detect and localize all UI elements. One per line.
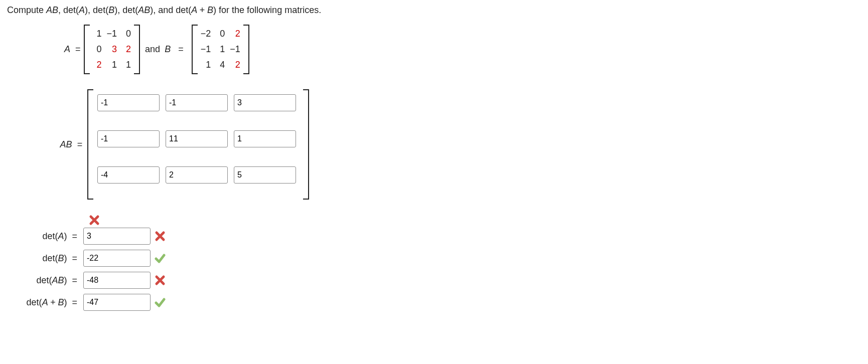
det-input[interactable]	[83, 294, 151, 311]
matrix-cell: 3	[107, 44, 117, 55]
matrix-cell: 1	[93, 29, 102, 39]
matrix-cell: 4	[216, 60, 225, 70]
ab-cell-input[interactable]	[97, 166, 160, 184]
cross-icon	[155, 275, 166, 286]
product-AB-row: AB =	[37, 89, 861, 200]
matrix-cell: −1	[230, 44, 240, 55]
check-icon	[155, 253, 166, 264]
matrix-A: 1−10032211	[84, 25, 140, 74]
det-row: det(AB) =	[7, 272, 861, 289]
cross-icon	[155, 231, 166, 242]
matrix-cell: 1	[201, 60, 211, 70]
det-label: det(A) =	[7, 231, 80, 242]
matrix-cell: 0	[93, 44, 102, 55]
matrix-cell: 1	[107, 60, 117, 70]
matrix-B-label: B	[165, 44, 171, 54]
matrix-cell: −1	[107, 29, 117, 39]
ab-cell-input[interactable]	[234, 94, 296, 111]
matrix-cell: 2	[230, 60, 240, 70]
ab-cell-input[interactable]	[166, 130, 228, 147]
check-icon	[155, 297, 166, 308]
matrix-AB-mark	[85, 215, 861, 227]
question-prompt: Compute AB, det(A), det(B), det(AB), and…	[7, 5, 861, 16]
ab-cell-input[interactable]	[97, 94, 160, 111]
ab-cell-input[interactable]	[234, 166, 296, 184]
matrix-A-label: A	[64, 44, 70, 55]
matrix-cell: 1	[216, 44, 225, 55]
det-input[interactable]	[83, 250, 151, 267]
matrix-cell: −1	[201, 44, 211, 55]
AB-label: AB	[60, 139, 72, 149]
prompt-var: AB	[46, 5, 58, 15]
det-row: det(A + B) =	[7, 294, 861, 311]
ab-cell-input[interactable]	[166, 166, 228, 184]
matrix-cell: 0	[216, 29, 225, 39]
det-label: det(A + B) =	[7, 297, 80, 308]
prompt-text: Compute	[7, 5, 46, 15]
det-label: det(B) =	[7, 253, 80, 264]
matrix-AB-inputs	[93, 89, 303, 200]
matrix-definitions: A = 1−10032211 and B = −202−11−1142	[62, 25, 861, 74]
ab-cell-input[interactable]	[97, 130, 160, 147]
matrix-cell: 2	[122, 44, 131, 55]
matrix-cell: −2	[201, 29, 211, 39]
matrix-cell: 2	[93, 60, 102, 70]
det-label: det(AB) =	[7, 275, 80, 286]
det-input[interactable]	[83, 272, 151, 289]
matrix-cell: 1	[122, 60, 131, 70]
det-row: det(A) =	[7, 228, 861, 245]
matrix-cell: 2	[230, 29, 240, 39]
equals-sign: =	[75, 44, 81, 55]
cross-icon	[89, 215, 100, 226]
ab-cell-input[interactable]	[166, 94, 228, 111]
det-input[interactable]	[83, 228, 151, 245]
determinant-answers: det(A) =det(B) =det(AB) =det(A + B) =	[7, 228, 861, 311]
det-row: det(B) =	[7, 250, 861, 267]
matrix-B: −202−11−1142	[192, 25, 249, 74]
matrix-cell: 0	[122, 29, 131, 39]
and-text: and	[145, 44, 160, 54]
ab-cell-input[interactable]	[234, 130, 296, 147]
